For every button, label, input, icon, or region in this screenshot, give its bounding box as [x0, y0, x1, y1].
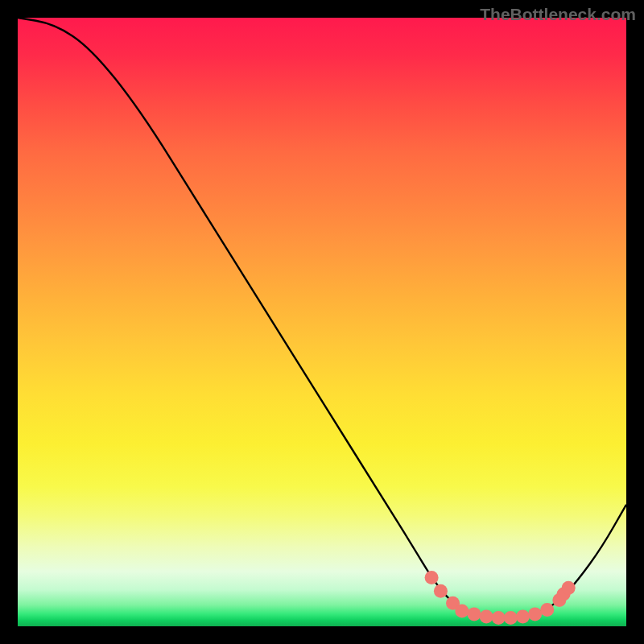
curve-dot — [480, 609, 493, 623]
curve-dot — [516, 609, 530, 623]
curve-dot — [528, 607, 542, 621]
chart-svg — [18, 18, 626, 626]
curve-dot — [434, 584, 448, 598]
curve-dot — [562, 581, 576, 595]
curve-dot — [540, 603, 554, 617]
curve-dot — [504, 611, 518, 625]
curve-dot — [468, 607, 481, 621]
curve-dot — [455, 605, 469, 618]
curve-dot — [492, 611, 506, 625]
watermark-text: TheBottleneck.com — [480, 5, 636, 24]
chart-plot-area — [18, 18, 626, 626]
curve-dot — [425, 571, 439, 584]
bottleneck-curve — [18, 18, 626, 618]
